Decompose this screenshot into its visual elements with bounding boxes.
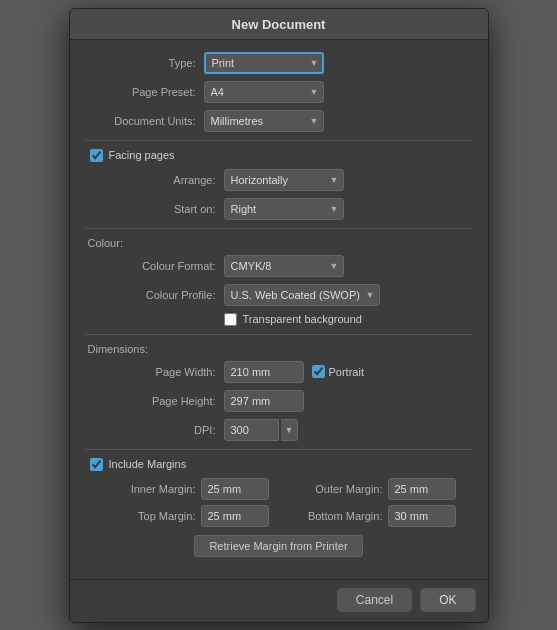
page-preset-row: Page Preset: A4 ▼ xyxy=(86,81,472,103)
arrange-row: Arrange: Horizontally ▼ xyxy=(86,169,472,191)
start-on-row: Start on: Right ▼ xyxy=(86,198,472,220)
document-units-select-wrapper: Millimetres ▼ xyxy=(204,110,324,132)
new-document-dialog: New Document Type: Print ▼ Page Preset: … xyxy=(69,8,489,623)
page-width-label: Page Width: xyxy=(106,366,216,378)
dpi-row: DPI: ▼ xyxy=(86,419,472,441)
portrait-label: Portrait xyxy=(329,366,364,378)
bottom-margin-row: Bottom Margin: xyxy=(293,505,472,527)
top-margin-row: Top Margin: xyxy=(106,505,285,527)
arrange-select[interactable]: Horizontally xyxy=(224,169,344,191)
colour-profile-row: Colour Profile: U.S. Web Coated (SWOP) ▼ xyxy=(86,284,472,306)
cancel-button[interactable]: Cancel xyxy=(337,588,412,612)
facing-pages-row: Facing pages xyxy=(86,149,472,162)
arrange-select-wrapper: Horizontally ▼ xyxy=(224,169,344,191)
dialog-content: Type: Print ▼ Page Preset: A4 ▼ Document… xyxy=(70,40,488,579)
inner-margin-input[interactable] xyxy=(201,478,269,500)
include-margins-row: Include Margins xyxy=(86,458,472,471)
transparent-bg-row: Transparent background xyxy=(86,313,472,326)
dimensions-section-label: Dimensions: xyxy=(86,343,472,355)
colour-section-label: Colour: xyxy=(86,237,472,249)
divider-2 xyxy=(86,228,472,229)
dialog-footer: Cancel OK xyxy=(70,579,488,622)
document-units-select[interactable]: Millimetres xyxy=(204,110,324,132)
outer-margin-label: Outer Margin: xyxy=(293,483,383,495)
outer-margin-row: Outer Margin: xyxy=(293,478,472,500)
page-preset-label: Page Preset: xyxy=(86,86,196,98)
type-label: Type: xyxy=(86,57,196,69)
colour-profile-label: Colour Profile: xyxy=(106,289,216,301)
type-row: Type: Print ▼ xyxy=(86,52,472,74)
inner-margin-label: Inner Margin: xyxy=(106,483,196,495)
start-on-label: Start on: xyxy=(106,203,216,215)
divider-4 xyxy=(86,449,472,450)
page-height-input[interactable] xyxy=(224,390,304,412)
dpi-input[interactable] xyxy=(224,419,279,441)
dialog-title-bar: New Document xyxy=(70,9,488,40)
inner-margin-row: Inner Margin: xyxy=(106,478,285,500)
type-select[interactable]: Print xyxy=(204,52,324,74)
bottom-margin-label: Bottom Margin: xyxy=(293,510,383,522)
portrait-checkbox[interactable] xyxy=(312,365,325,378)
page-height-label: Page Height: xyxy=(106,395,216,407)
dialog-title: New Document xyxy=(232,17,326,32)
page-preset-select[interactable]: A4 xyxy=(204,81,324,103)
type-select-wrapper: Print ▼ xyxy=(204,52,324,74)
colour-profile-select[interactable]: U.S. Web Coated (SWOP) xyxy=(224,284,380,306)
document-units-row: Document Units: Millimetres ▼ xyxy=(86,110,472,132)
transparent-bg-label: Transparent background xyxy=(243,313,362,325)
colour-profile-select-wrapper: U.S. Web Coated (SWOP) ▼ xyxy=(224,284,380,306)
page-preset-select-wrapper: A4 ▼ xyxy=(204,81,324,103)
portrait-group: Portrait xyxy=(312,365,364,378)
retrieve-margin-container: Retrieve Margin from Printer xyxy=(86,535,472,557)
retrieve-margin-button[interactable]: Retrieve Margin from Printer xyxy=(194,535,362,557)
facing-pages-checkbox[interactable] xyxy=(90,149,103,162)
dpi-dropdown-button[interactable]: ▼ xyxy=(281,419,299,441)
page-width-row: Page Width: Portrait xyxy=(86,361,472,383)
include-margins-checkbox[interactable] xyxy=(90,458,103,471)
colour-format-row: Colour Format: CMYK/8 ▼ xyxy=(86,255,472,277)
page-width-input[interactable] xyxy=(224,361,304,383)
arrange-label: Arrange: xyxy=(106,174,216,186)
start-on-select[interactable]: Right xyxy=(224,198,344,220)
include-margins-label: Include Margins xyxy=(109,458,187,470)
ok-button[interactable]: OK xyxy=(420,588,475,612)
outer-margin-input[interactable] xyxy=(388,478,456,500)
start-on-select-wrapper: Right ▼ xyxy=(224,198,344,220)
bottom-margin-input[interactable] xyxy=(388,505,456,527)
facing-pages-label: Facing pages xyxy=(109,149,175,161)
dpi-label: DPI: xyxy=(106,424,216,436)
colour-format-select[interactable]: CMYK/8 xyxy=(224,255,344,277)
dpi-wrapper: ▼ xyxy=(224,419,299,441)
top-margin-label: Top Margin: xyxy=(106,510,196,522)
transparent-bg-checkbox[interactable] xyxy=(224,313,237,326)
colour-format-label: Colour Format: xyxy=(106,260,216,272)
document-units-label: Document Units: xyxy=(86,115,196,127)
top-margin-input[interactable] xyxy=(201,505,269,527)
colour-format-select-wrapper: CMYK/8 ▼ xyxy=(224,255,344,277)
page-height-row: Page Height: xyxy=(86,390,472,412)
divider-3 xyxy=(86,334,472,335)
divider-1 xyxy=(86,140,472,141)
margins-grid: Inner Margin: Outer Margin: Top Margin: … xyxy=(86,478,472,527)
